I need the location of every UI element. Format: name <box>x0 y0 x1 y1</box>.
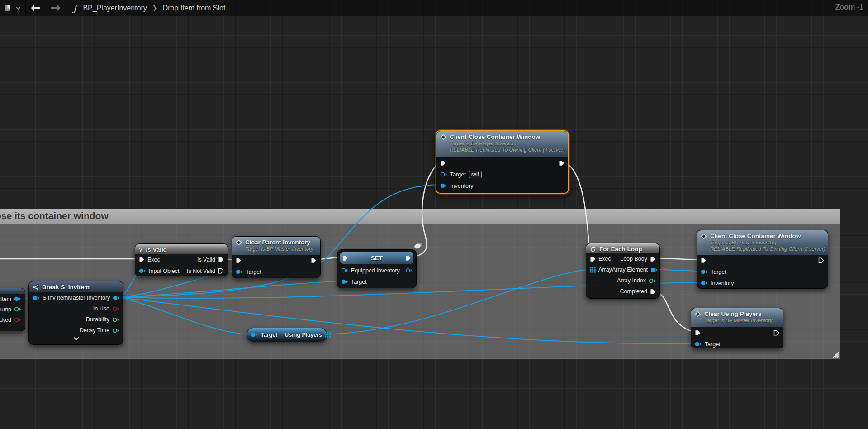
client-close-container-window-selected[interactable]: Client Close Container WindowTarget is B… <box>436 130 569 194</box>
wire-for-each-loop.LoopBody-to-client-close-container-window-2.exec-in[interactable] <box>655 258 700 260</box>
breadcrumb-root[interactable]: BP_PlayerInventory <box>83 4 147 12</box>
cked-pin[interactable] <box>14 317 21 323</box>
equipped-inventory-pin[interactable] <box>341 267 348 273</box>
is-valid-pin[interactable] <box>218 257 224 262</box>
exec-pin[interactable] <box>405 267 413 273</box>
chevron-down-icon[interactable] <box>16 6 21 10</box>
pin-label: Equipped Inventory <box>351 267 400 274</box>
master-inventory-pin[interactable] <box>113 295 120 301</box>
node-header[interactable]: Client Close Container WindowTarget is B… <box>697 230 828 255</box>
pin-label: Target <box>711 269 726 275</box>
using-players-pin[interactable] <box>325 332 331 338</box>
is-not-valid-pin[interactable] <box>218 268 224 274</box>
pin-label: Inventory <box>450 183 473 189</box>
pin-row <box>697 255 828 266</box>
exec-pin[interactable] <box>701 257 707 263</box>
node-header[interactable]: Client Close Container WindowTarget is B… <box>436 131 568 157</box>
target-pin[interactable] <box>341 279 348 285</box>
pin-label: Using Players <box>285 332 322 338</box>
pin-label: cked <box>0 317 11 323</box>
pin-label: Is Valid <box>197 257 215 263</box>
pin-row: Input ObjectIs Not Valid <box>135 265 228 276</box>
array-element-pin[interactable] <box>650 267 658 273</box>
wire-break-s-invitem.MasterInventory-to-get-using-players.Target[interactable] <box>118 297 250 334</box>
pin-label: Target <box>450 172 466 178</box>
exec-pin[interactable] <box>311 257 317 263</box>
set-equipped-inventory[interactable]: SET Equipped InventoryTarget <box>337 249 417 288</box>
node-header[interactable]: Clear Parent InventoryTarget is BP Maste… <box>232 237 320 255</box>
pin-label: Item <box>0 296 11 302</box>
pin-row: Targetself <box>436 169 568 180</box>
wire-break-s-invitem.MasterInventory-to-clear-using-players.Target[interactable] <box>118 297 694 343</box>
chevron-down-icon[interactable] <box>29 336 123 343</box>
clear-parent-inventory[interactable]: Clear Parent InventoryTarget is BP Maste… <box>232 236 321 278</box>
question-icon: ? <box>139 247 143 253</box>
decay-time-pin[interactable] <box>112 328 119 334</box>
partial-node-left[interactable]: Itemlumpcked <box>0 288 25 331</box>
breadcrumb-current[interactable]: Drop Item from Slot <box>163 4 226 12</box>
target-pin[interactable] <box>695 341 702 347</box>
wire-for-each-loop.Completed-to-clear-using-players.exec-in[interactable] <box>655 291 694 332</box>
exec-pin[interactable] <box>440 160 446 166</box>
node-header[interactable]: SET <box>340 252 413 264</box>
reroute-knot[interactable] <box>414 242 423 250</box>
wire-set-equipped-inventory.exec-out-to-client-close-container-window-selected.exec-in[interactable] <box>411 162 439 257</box>
diamond-icon <box>701 233 707 239</box>
pin-label: Target <box>705 341 721 348</box>
is-valid[interactable]: ?Is ValidExecIs ValidInput ObjectIs Not … <box>135 243 228 276</box>
exec-pin[interactable] <box>695 330 701 336</box>
back-arrow-icon[interactable] <box>30 4 41 12</box>
exec-pin[interactable] <box>590 256 596 262</box>
node-header[interactable]: Clear Using PlayersTarget is BP Master I… <box>691 308 783 327</box>
pin-label: Exec <box>598 256 611 262</box>
wire-break-s-invitem.MasterInventory-to-set-equipped-inventory.Target[interactable] <box>118 281 342 297</box>
target-pin[interactable] <box>236 269 243 275</box>
s-inv-item-pin[interactable] <box>33 295 40 301</box>
target-pin[interactable] <box>701 269 708 275</box>
target-pin[interactable] <box>440 172 447 177</box>
array-index-pin[interactable] <box>649 278 656 284</box>
exec-pin[interactable] <box>236 257 242 263</box>
loop-icon <box>590 246 596 253</box>
item-pin[interactable] <box>14 296 21 302</box>
completed-pin[interactable] <box>650 289 656 295</box>
inventory-pin[interactable] <box>440 183 447 189</box>
for-each-loop[interactable]: For Each LoopExecLoop BodyArrayArray Ele… <box>586 243 660 299</box>
node-subtitle: Target is BP Player Inventory <box>450 140 565 147</box>
get-using-players[interactable]: TargetUsing Players <box>247 328 327 342</box>
pin-row: Target <box>697 266 828 277</box>
pin-default-value[interactable]: self <box>469 171 482 178</box>
target-pin[interactable] <box>251 332 258 338</box>
breadcrumb-separator-icon: ❯ <box>151 5 159 11</box>
node-header[interactable] <box>0 288 25 294</box>
node-header[interactable]: Break S_InvItem <box>29 281 123 292</box>
array-pin[interactable] <box>590 267 596 273</box>
pin-label: Durability <box>86 316 109 323</box>
exec-pin[interactable] <box>139 257 145 262</box>
input-object-pin[interactable] <box>139 268 146 274</box>
clear-using-players[interactable]: Clear Using PlayersTarget is BP Master I… <box>691 308 783 348</box>
loop-body-pin[interactable] <box>650 256 656 262</box>
pin-row: Target <box>691 338 783 350</box>
forward-arrow-icon[interactable] <box>50 4 61 12</box>
node-header[interactable]: ?Is Valid <box>135 244 228 254</box>
node-subtitle: RELIABLE Replicated To Owning Client (if… <box>450 147 565 153</box>
break-s-invitem[interactable]: Break S_InvItemS Inv ItemMaster Inventor… <box>28 281 123 345</box>
wire-for-each-loop.ArrayElement-to-client-close-container-window-2.Target[interactable] <box>655 269 700 271</box>
node-title: SET <box>340 255 413 262</box>
blueprint-graph-editor[interactable]: ose its container window ItemlumpckedBre… <box>0 0 868 429</box>
pin-row <box>691 327 783 338</box>
node-header[interactable]: For Each Loop <box>586 243 659 253</box>
lump-pin[interactable] <box>14 306 21 312</box>
exec-pin[interactable] <box>773 330 779 336</box>
durability-pin[interactable] <box>112 317 119 323</box>
inventory-pin[interactable] <box>701 280 708 286</box>
in-use-pin[interactable] <box>112 306 119 312</box>
pin-row: TargetUsing Players <box>247 328 334 342</box>
client-close-container-window-2[interactable]: Client Close Container WindowTarget is B… <box>697 230 828 289</box>
function-icon: ƒ <box>71 3 79 14</box>
exec-pin[interactable] <box>818 257 824 263</box>
exec-pin[interactable] <box>559 160 564 166</box>
pin-label: Target <box>351 279 367 285</box>
bookmark-icon[interactable] <box>5 4 12 12</box>
